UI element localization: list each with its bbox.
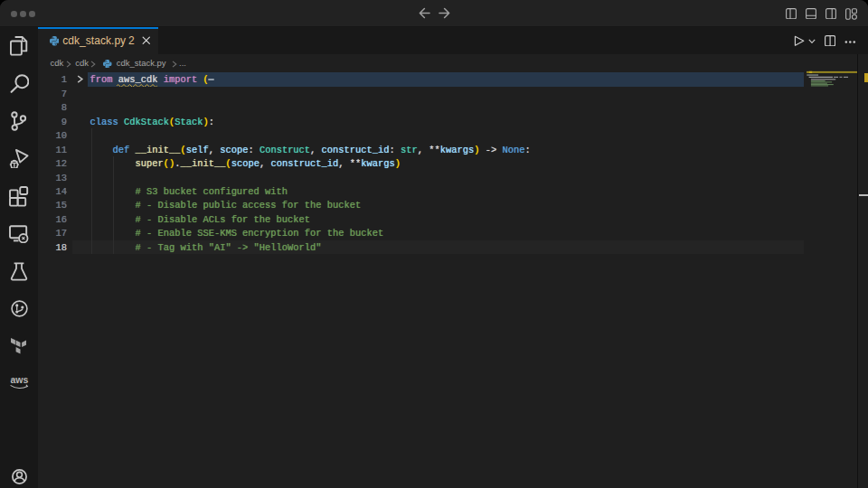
svg-text:aws: aws [10,375,28,385]
